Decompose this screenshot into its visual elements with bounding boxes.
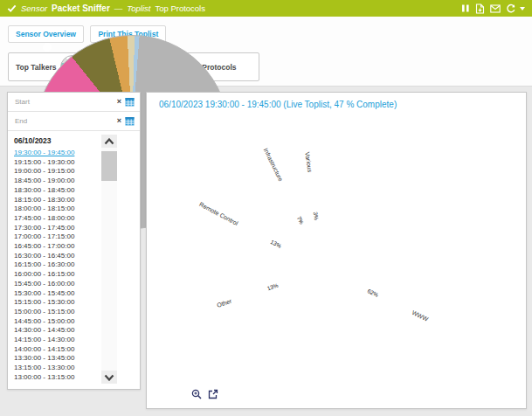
- check-icon: [7, 3, 17, 13]
- toplist-interval-item[interactable]: 17:45:00 - 18:00:00: [14, 214, 74, 224]
- slice-name-label: Various: [304, 152, 313, 173]
- toplist-interval-item[interactable]: 14:15:00 - 14:30:00: [14, 336, 74, 345]
- toolbar-section: Sensor Overview Print This Toplist Top T…: [0, 17, 532, 87]
- toplist-interval-item[interactable]: 15:45:00 - 16:00:00: [14, 280, 74, 289]
- toplist-interval-item[interactable]: 16:45:00 - 17:00:00: [14, 242, 74, 252]
- toplist-tabs: Top Talkers Top Connections Top Protocol…: [8, 52, 532, 81]
- tab-top-protocols[interactable]: Top Protocols: [179, 52, 259, 81]
- interval-date-header: 06/10/2023: [8, 133, 140, 147]
- sensor-overview-button[interactable]: Sensor Overview: [8, 25, 84, 43]
- toplist-name: Top Protocols: [155, 3, 205, 13]
- toplist-interval-item[interactable]: 15:00:00 - 15:15:00: [14, 308, 74, 317]
- toplist-interval-item[interactable]: 14:45:00 - 15:00:00: [14, 317, 74, 327]
- end-date-input[interactable]: [13, 116, 114, 126]
- zoom-icon[interactable]: [191, 389, 202, 399]
- start-date-row: ×: [8, 93, 140, 112]
- clear-end-icon[interactable]: ×: [117, 117, 121, 125]
- slice-name-label: Remote Control: [198, 201, 239, 226]
- interval-list: 06/10/2023 19:30:00 - 19:45:0019:15:00 -…: [8, 133, 140, 389]
- toplist-interval-item[interactable]: 18:00:00 - 18:15:00: [14, 205, 74, 214]
- start-date-input[interactable]: [13, 97, 114, 107]
- interval-list-items: 19:30:00 - 19:45:0019:15:00 - 19:30:0019…: [14, 149, 74, 383]
- title-bar-actions: [461, 3, 525, 14]
- sensor-label: Sensor: [21, 3, 47, 13]
- scroll-down-arrow-icon[interactable]: [101, 371, 117, 384]
- toplist-label: Toplist: [127, 3, 150, 13]
- caret-down-icon[interactable]: [520, 7, 525, 10]
- calendar-icon[interactable]: [125, 116, 135, 126]
- toplist-interval-item[interactable]: 15:30:00 - 15:45:00: [14, 289, 74, 299]
- chart-title: 06/10/2023 19:30:00 - 19:45:00 (Live Top…: [159, 100, 397, 109]
- toplist-chart-panel: 06/10/2023 19:30:00 - 19:45:00 (Live Top…: [146, 92, 527, 409]
- toplist-interval-item[interactable]: 13:15:00 - 13:30:00: [14, 364, 74, 373]
- toplist-interval-item[interactable]: 15:15:00 - 15:30:00: [14, 298, 74, 308]
- slice-name-label: Other: [216, 298, 232, 309]
- scrollbar-thumb[interactable]: [101, 151, 117, 181]
- refresh-icon[interactable]: [506, 3, 516, 14]
- pause-icon[interactable]: [461, 3, 470, 13]
- clear-start-icon[interactable]: ×: [117, 98, 121, 106]
- toplist-interval-item[interactable]: 18:15:00 - 18:30:00: [14, 196, 74, 205]
- toplist-interval-item[interactable]: 14:00:00 - 14:15:00: [14, 345, 74, 355]
- sensor-name: Packet Sniffer: [52, 3, 110, 13]
- calendar-icon[interactable]: [125, 97, 135, 107]
- chart-tools: [191, 389, 218, 399]
- toplist-interval-item[interactable]: 13:30:00 - 13:45:00: [14, 354, 74, 364]
- content-area: × × 06/10/2023 19:30:00 - 19:45:0019:15:…: [0, 87, 532, 409]
- title-dash: —: [114, 3, 123, 13]
- toplist-interval-item[interactable]: 19:15:00 - 19:30:00: [14, 158, 74, 168]
- toplist-interval-item[interactable]: 19:00:00 - 19:15:00: [14, 167, 74, 177]
- toplist-interval-item[interactable]: 18:45:00 - 19:00:00: [14, 177, 74, 186]
- file-download-icon[interactable]: [475, 3, 485, 14]
- prtg-toplist-window: Sensor Packet Sniffer — Toplist Top Prot…: [0, 0, 532, 416]
- scroll-up-arrow-icon[interactable]: [101, 135, 117, 148]
- slice-name-label: Infrastructure: [262, 148, 283, 183]
- tab-label: Top Talkers: [16, 63, 56, 72]
- end-date-row: ×: [8, 112, 140, 131]
- toplist-interval-item[interactable]: 16:15:00 - 16:30:00: [14, 260, 74, 270]
- slice-name-label: WWW: [411, 309, 429, 322]
- toplist-interval-item[interactable]: 16:30:00 - 16:45:00: [14, 252, 74, 261]
- title-bar: Sensor Packet Sniffer — Toplist Top Prot…: [0, 0, 532, 17]
- toplist-interval-item[interactable]: 19:30:00 - 19:45:00: [14, 149, 74, 158]
- toplist-interval-item[interactable]: 16:00:00 - 16:15:00: [14, 270, 74, 280]
- toplist-interval-item[interactable]: 17:30:00 - 17:45:00: [14, 224, 74, 233]
- toplist-interval-item[interactable]: 18:30:00 - 18:45:00: [14, 186, 74, 196]
- donut-chart-container: 62%WWW13%Other13%Remote Control7%Infrast…: [193, 138, 455, 400]
- email-icon[interactable]: [490, 4, 501, 13]
- toplist-interval-item[interactable]: 14:30:00 - 14:45:00: [14, 326, 74, 336]
- donut-hole: [286, 231, 363, 308]
- toplist-interval-item[interactable]: 17:00:00 - 17:15:00: [14, 232, 74, 242]
- interval-scrollbar: [101, 135, 117, 384]
- scrollbar-track[interactable]: [101, 148, 117, 371]
- open-external-icon[interactable]: [208, 389, 218, 399]
- toplist-interval-item[interactable]: 13:00:00 - 13:15:00: [14, 373, 74, 383]
- interval-filter-panel: × × 06/10/2023 19:30:00 - 19:45:0019:15:…: [7, 92, 141, 390]
